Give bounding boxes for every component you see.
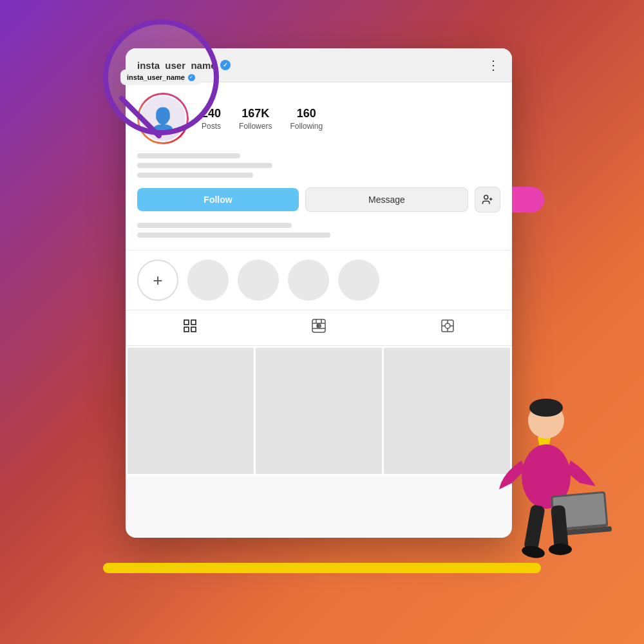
bio-line-2 <box>137 163 272 168</box>
add-story-button[interactable]: + <box>137 260 178 301</box>
followers-label: Followers <box>239 122 272 131</box>
tab-tagged[interactable] <box>440 318 455 337</box>
svg-rect-22 <box>524 504 545 551</box>
follow-button[interactable]: Follow <box>137 188 299 211</box>
followers-stat: 167K Followers <box>239 107 272 131</box>
svg-rect-6 <box>191 327 196 332</box>
svg-point-0 <box>484 195 488 199</box>
action-buttons: Follow Message <box>137 187 500 213</box>
magnifier-content: insta_user_name ✓ <box>120 70 202 85</box>
followers-count: 167K <box>242 107 269 120</box>
content-tabs <box>126 310 512 346</box>
stories-section: + <box>126 250 512 310</box>
magnifier-verified-badge: ✓ <box>188 74 195 81</box>
story-1[interactable] <box>187 260 229 301</box>
following-count: 160 <box>297 107 316 120</box>
following-stat: 160 Following <box>290 107 323 131</box>
svg-rect-4 <box>191 320 196 325</box>
story-4[interactable] <box>338 260 379 301</box>
stats-row: 240 Posts 167K Followers 160 Following <box>202 107 500 131</box>
magnifier-tool: insta_user_name ✓ <box>90 19 232 161</box>
decoration-wing <box>512 187 544 213</box>
following-label: Following <box>290 122 323 131</box>
magnifier-username: insta_user_name <box>127 73 185 81</box>
post-cell-1[interactable] <box>128 348 254 474</box>
more-options-button[interactable]: ⋮ <box>487 57 500 73</box>
svg-rect-5 <box>184 327 189 332</box>
magnifier-lens: insta_user_name ✓ <box>103 19 219 135</box>
info-lines <box>137 223 500 238</box>
tab-grid[interactable] <box>182 318 198 337</box>
svg-point-25 <box>549 544 572 555</box>
post-cell-2[interactable] <box>256 348 382 474</box>
message-button[interactable]: Message <box>305 187 468 212</box>
svg-point-18 <box>529 399 563 417</box>
svg-marker-13 <box>317 325 320 327</box>
info-line-2 <box>137 232 330 238</box>
story-2[interactable] <box>238 260 279 301</box>
svg-rect-3 <box>184 320 189 325</box>
story-3[interactable] <box>288 260 329 301</box>
svg-point-24 <box>521 544 546 560</box>
bio-line-3 <box>137 173 253 178</box>
person-illustration <box>451 377 638 583</box>
add-friend-button[interactable] <box>475 187 500 213</box>
info-line-1 <box>137 223 292 228</box>
tab-reels[interactable] <box>311 318 327 337</box>
svg-point-15 <box>445 323 450 328</box>
